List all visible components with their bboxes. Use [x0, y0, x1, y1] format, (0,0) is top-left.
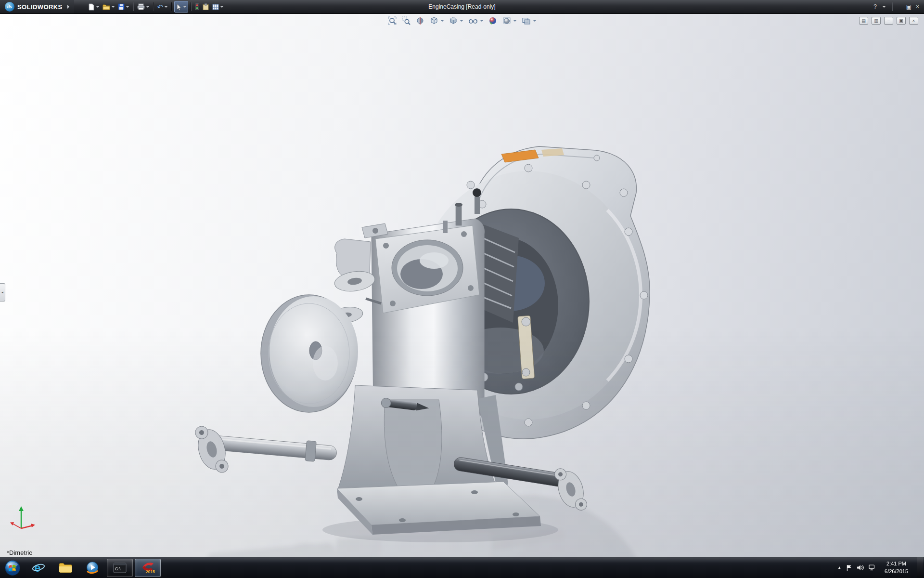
restore-button[interactable]: ▣ [906, 4, 911, 10]
featuremanager-pane-icon[interactable]: ▤ [859, 17, 868, 25]
svg-text:e: e [34, 561, 40, 574]
title-bar: ds SOLIDWORKS ↶ [0, 0, 924, 14]
view-settings-icon [522, 17, 531, 25]
options-table-icon [212, 4, 219, 10]
doc-close-button[interactable]: × [909, 17, 918, 25]
windows-start-orb-icon [4, 560, 21, 576]
edit-appearance-ball-icon [488, 16, 497, 25]
collapsed-panel-tab[interactable]: ◄ [0, 283, 5, 302]
options-button[interactable] [211, 1, 225, 12]
rebuild-button[interactable] [193, 1, 201, 12]
open-folder-icon [103, 4, 110, 10]
heads-up-view-toolbar [387, 16, 537, 26]
folder-icon [58, 562, 73, 574]
taskbar-items: e C:\ [26, 559, 161, 577]
undo-icon: ↶ [157, 3, 164, 11]
flywheel[interactable] [261, 295, 358, 412]
solidworks-icon: 2015 [141, 561, 155, 574]
undo-button[interactable]: ↶ [156, 1, 169, 12]
speaker-icon[interactable] [857, 565, 864, 571]
left-shaft[interactable] [193, 422, 337, 477]
document-window-controls: ▤ ▥ – ▣ × [859, 17, 918, 25]
taskbar-item-command-prompt[interactable]: C:\ [107, 559, 133, 577]
taskbar-item-internet-explorer[interactable]: e [26, 559, 51, 577]
system-tray: ▲ 2:41 PM 6/26/2015 [837, 557, 924, 578]
rebuild-icon [195, 3, 199, 10]
menu-expand-arrow-icon[interactable] [67, 5, 69, 9]
standard-toolbar: ↶ [87, 1, 225, 13]
file-properties-icon [203, 3, 209, 10]
print-button[interactable] [136, 1, 151, 12]
hidden-icons-button[interactable]: ▲ [837, 565, 841, 570]
show-desktop-button[interactable] [917, 557, 923, 578]
view-settings-button[interactable] [521, 16, 537, 26]
save-icon [118, 3, 125, 10]
help-dropdown-icon[interactable] [883, 6, 886, 8]
display-pane-icon[interactable]: ▥ [872, 17, 881, 25]
orientation-triad [7, 503, 36, 532]
print-icon [137, 3, 145, 10]
section-view-icon [416, 16, 424, 25]
viewport[interactable]: ▤ ▥ – ▣ × ◄ *Dimetric [0, 13, 924, 557]
display-style-button[interactable] [448, 16, 464, 26]
apply-scene-ball-icon [502, 16, 511, 25]
left-shaft-flange [193, 422, 231, 477]
new-document-button[interactable] [87, 1, 101, 12]
titlebar-window-controls: ? – ▣ × [873, 2, 924, 11]
start-button[interactable] [0, 557, 25, 578]
taskbar-item-media-player[interactable] [80, 559, 105, 577]
view-orientation-label: *Dimetric [7, 549, 32, 556]
view-orientation-button[interactable] [429, 16, 445, 26]
section-view-button[interactable] [415, 16, 425, 26]
minimize-button[interactable]: – [898, 4, 902, 10]
zoom-to-area-button[interactable] [401, 16, 411, 26]
taskbar-item-solidworks-2015[interactable]: 2015 [135, 559, 161, 577]
tan-decal [541, 148, 564, 157]
internet-explorer-icon: e [32, 561, 45, 575]
3ds-logo-icon: ds [5, 2, 14, 12]
command-prompt-icon: C:\ [113, 562, 127, 574]
new-document-icon [88, 3, 95, 11]
display-style-cube-icon [449, 16, 458, 25]
taskbar-item-windows-explorer[interactable] [53, 559, 78, 577]
edit-appearance-button[interactable] [488, 16, 498, 26]
zoom-to-area-icon [402, 16, 411, 25]
clock-date: 6/26/2015 [885, 568, 908, 575]
open-button[interactable] [101, 1, 116, 12]
view-orientation-cube-icon [430, 16, 438, 25]
taskbar-clock[interactable]: 2:41 PM 6/26/2015 [881, 560, 912, 575]
solidworks-logo[interactable]: ds SOLIDWORKS [0, 0, 74, 13]
taskbar: e C:\ [0, 557, 924, 578]
save-button[interactable] [116, 1, 130, 12]
clock-time: 2:41 PM [885, 560, 908, 567]
doc-restore-button[interactable]: ▣ [897, 17, 906, 25]
engine-casing-model[interactable] [0, 13, 924, 557]
select-cursor-icon [176, 3, 182, 11]
logo-text: SOLIDWORKS [17, 3, 63, 11]
media-player-icon [86, 561, 99, 575]
close-button[interactable]: × [916, 4, 919, 10]
action-center-flag-icon[interactable] [846, 565, 852, 571]
doc-minimize-button[interactable]: – [884, 17, 893, 25]
file-properties-button[interactable] [201, 1, 210, 12]
stand-arch [384, 400, 442, 486]
black-cap [473, 188, 481, 197]
network-icon[interactable] [869, 565, 876, 571]
svg-text:2015: 2015 [146, 569, 155, 574]
zoom-to-fit-icon [388, 16, 397, 25]
svg-text:C:\: C:\ [115, 566, 121, 571]
select-button[interactable] [174, 1, 188, 13]
hide-show-items-button[interactable] [467, 16, 484, 25]
zoom-to-fit-button[interactable] [387, 16, 398, 26]
help-button[interactable]: ? [873, 4, 877, 10]
apply-scene-button[interactable] [501, 16, 517, 26]
hide-show-glasses-icon [468, 17, 478, 25]
